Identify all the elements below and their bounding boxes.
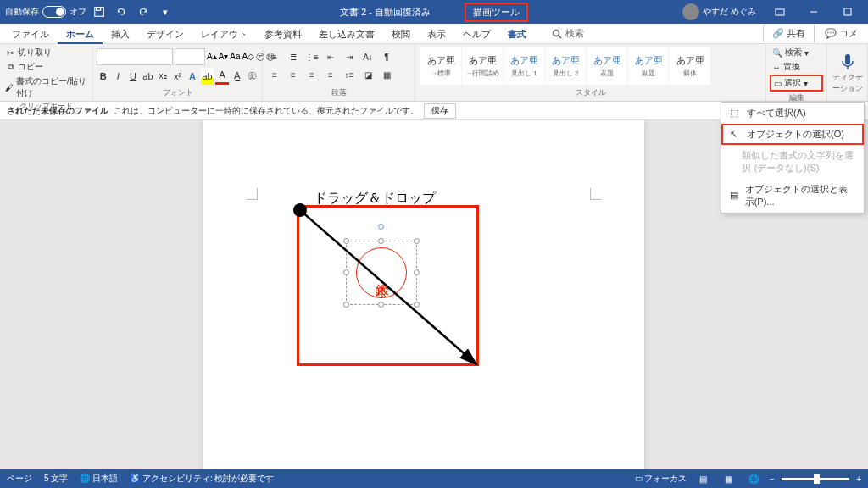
font-name-input[interactable]	[97, 48, 173, 65]
ribbon-options-icon[interactable]	[765, 0, 795, 24]
status-words[interactable]: 5 文字	[44, 473, 68, 485]
style-item[interactable]: あア亜見出し 2	[545, 47, 586, 85]
redo-icon[interactable]	[134, 3, 153, 21]
bullets-button[interactable]: ≡	[266, 49, 283, 66]
font-color-button[interactable]: A	[215, 68, 229, 85]
web-layout-icon[interactable]: 🌐	[744, 471, 763, 486]
tab-format[interactable]: 書式	[499, 24, 535, 44]
menu-select-objects[interactable]: ↖オブジェクトの選択(O)	[721, 124, 864, 145]
tab-file[interactable]: ファイル	[3, 24, 58, 44]
maximize-icon[interactable]	[832, 0, 863, 24]
find-button[interactable]: 🔍検索 ▾	[770, 46, 823, 59]
svg-line-6	[559, 36, 561, 38]
zoom-slider[interactable]	[782, 478, 849, 480]
print-layout-icon[interactable]: ▦	[719, 471, 737, 486]
replace-button[interactable]: ↔置換	[770, 60, 823, 74]
group-paragraph: ≡ ≣ ⋮≡ ⇤ ⇥ A↓ ¶ ≡ ≡ ≡ ≡ ↕≡ ◪ ▦ 段落	[263, 44, 415, 101]
infobar-save-button[interactable]: 保存	[424, 103, 456, 119]
decrease-indent-button[interactable]: ⇤	[322, 49, 339, 66]
tab-home[interactable]: ホーム	[58, 24, 103, 44]
group-label: フォント	[97, 86, 259, 99]
select-dropdown-menu: ⬚すべて選択(A) ↖オブジェクトの選択(O) 類似した書式の文字列を選択 (デ…	[721, 102, 865, 214]
autosave-toggle[interactable]: 自動保存 オフ	[5, 6, 86, 18]
style-item[interactable]: あア亜→行間詰め	[462, 47, 503, 85]
justify-button[interactable]: ≡	[322, 67, 339, 84]
svg-rect-2	[776, 9, 784, 15]
zoom-in-button[interactable]: +	[856, 474, 861, 484]
numbering-button[interactable]: ≣	[285, 49, 302, 66]
strikethrough-button[interactable]: ab	[142, 68, 155, 85]
undo-icon[interactable]	[112, 3, 131, 21]
increase-indent-button[interactable]: ⇥	[341, 49, 358, 66]
tab-view[interactable]: 表示	[419, 24, 454, 44]
style-item[interactable]: あア亜見出し 1	[504, 47, 544, 85]
margin-corner-icon	[246, 188, 258, 200]
search-box[interactable]: 検索	[552, 27, 584, 40]
tab-mailings[interactable]: 差し込み文書	[310, 24, 383, 44]
grow-font-button[interactable]: A▴	[207, 48, 217, 65]
group-label: スタイル	[419, 86, 762, 99]
clear-format-button[interactable]: A◇	[242, 48, 255, 65]
status-accessibility[interactable]: ♿ アクセシビリティ: 検討が必要です	[130, 473, 274, 485]
cut-button[interactable]: ✂切り取り	[3, 46, 89, 59]
contextual-tab-drawing-tools[interactable]: 描画ツール	[465, 3, 528, 22]
search-icon	[552, 29, 562, 39]
save-icon[interactable]	[90, 3, 108, 21]
status-page[interactable]: ページ	[7, 473, 32, 485]
search-icon: 🔍	[772, 48, 782, 58]
dictate-icon[interactable]	[837, 51, 858, 71]
text-effects-button[interactable]: A	[186, 68, 199, 85]
format-painter-button[interactable]: 🖌書式のコピー/貼り付け	[3, 75, 89, 100]
tab-review[interactable]: 校閲	[383, 24, 419, 44]
document-title: 文書 2 - 自動回復済み	[340, 6, 431, 19]
select-button[interactable]: ▭選択 ▾	[770, 75, 823, 92]
menu-select-all[interactable]: ⬚すべて選択(A)	[721, 103, 864, 124]
shading-button[interactable]: ◪	[359, 67, 376, 84]
qat-customize-icon[interactable]: ▾	[156, 3, 175, 21]
minimize-icon[interactable]	[798, 0, 829, 24]
tab-insert[interactable]: 挿入	[103, 24, 138, 44]
underline-button[interactable]: U	[126, 68, 140, 85]
style-item[interactable]: あア亜斜体	[670, 47, 710, 85]
font-size-input[interactable]	[175, 48, 205, 65]
align-center-button[interactable]: ≡	[285, 67, 302, 84]
tab-help[interactable]: ヘルプ	[454, 24, 499, 44]
tab-layout[interactable]: レイアウト	[192, 24, 256, 44]
line-spacing-button[interactable]: ↕≡	[341, 67, 358, 84]
share-button[interactable]: 🔗 共有	[763, 25, 815, 42]
align-right-button[interactable]: ≡	[303, 67, 320, 84]
cursor-icon: ▭	[774, 79, 782, 88]
read-mode-icon[interactable]: ▤	[693, 471, 712, 486]
ribbon: ✂切り取り ⧉コピー 🖌書式のコピー/貼り付け クリップボード A▴ A▾ Aa…	[0, 44, 868, 102]
shrink-font-button[interactable]: A▾	[219, 48, 229, 65]
zoom-out-button[interactable]: −	[770, 474, 775, 484]
menu-selection-pane[interactable]: ▤オブジェクトの選択と表示(P)...	[721, 179, 864, 213]
superscript-button[interactable]: x²	[171, 68, 185, 85]
borders-button[interactable]: ▦	[378, 67, 395, 84]
bold-button[interactable]: B	[97, 68, 110, 85]
multilevel-button[interactable]: ⋮≡	[303, 49, 320, 66]
subscript-button[interactable]: x₂	[156, 68, 170, 85]
sort-button[interactable]: A↓	[359, 49, 376, 66]
status-language[interactable]: 🌐 日本語	[80, 473, 118, 485]
char-border-button[interactable]: A̲	[231, 68, 244, 85]
group-editing: 🔍検索 ▾ ↔置換 ▭選択 ▾ 編集	[766, 44, 827, 101]
char-shading-button[interactable]: ㊎	[245, 68, 259, 85]
focus-mode-button[interactable]: ▭ フォーカス	[635, 473, 687, 485]
margin-corner-icon	[590, 188, 602, 200]
change-case-button[interactable]: Aa	[230, 48, 240, 65]
user-account[interactable]: やすだ めぐみ	[677, 3, 761, 20]
copy-button[interactable]: ⧉コピー	[3, 60, 89, 74]
style-item[interactable]: あア亜→標準	[420, 47, 461, 85]
tab-references[interactable]: 参考資料	[256, 24, 310, 44]
italic-button[interactable]: I	[112, 68, 125, 85]
highlight-button[interactable]: ab	[201, 68, 214, 85]
ribbon-tabs: ファイル ホーム 挿入 デザイン レイアウト 参考資料 差し込み文書 校閲 表示…	[0, 24, 868, 44]
comments-button[interactable]: 💬 コメ	[818, 25, 865, 42]
svg-rect-7	[845, 54, 850, 64]
style-item[interactable]: あア亜表題	[587, 47, 627, 85]
show-marks-button[interactable]: ¶	[378, 49, 395, 66]
style-item[interactable]: あア亜副題	[628, 47, 669, 85]
tab-design[interactable]: デザイン	[138, 24, 192, 44]
align-left-button[interactable]: ≡	[266, 67, 283, 84]
